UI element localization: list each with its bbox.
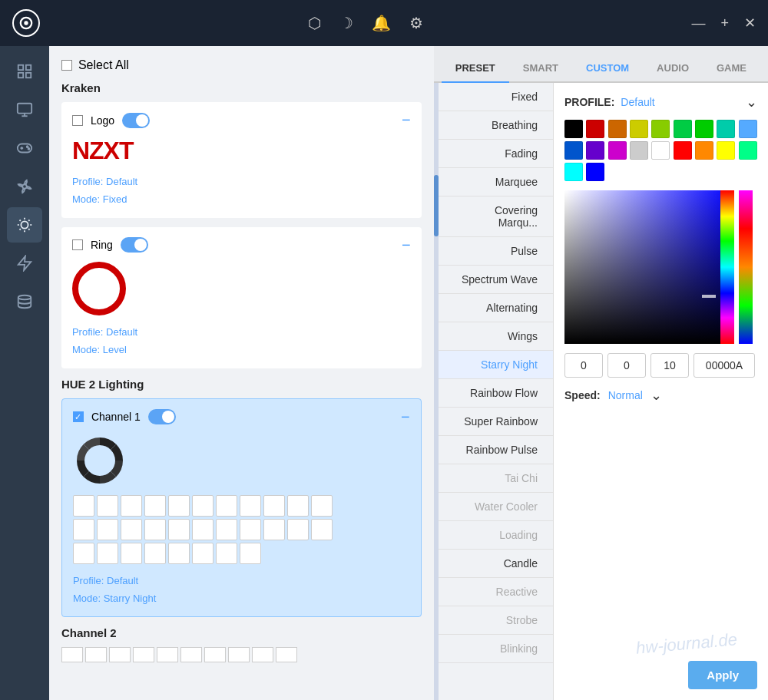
- red-input[interactable]: [564, 353, 603, 378]
- led-cell[interactable]: [168, 495, 190, 517]
- gradient-canvas[interactable]: [564, 190, 733, 344]
- sidebar-item-monitor[interactable]: [7, 92, 42, 127]
- sidebar-item-power[interactable]: [7, 246, 42, 281]
- led-cell[interactable]: [144, 519, 166, 540]
- led-cell[interactable]: [192, 495, 214, 517]
- tab-smart[interactable]: SMART: [509, 54, 572, 83]
- channel2-cell[interactable]: [109, 647, 131, 662]
- hex-input[interactable]: [694, 353, 755, 378]
- led-cell[interactable]: [240, 495, 261, 517]
- sidebar-item-gamepad[interactable]: [7, 130, 42, 166]
- swatch-bright-lime[interactable]: [739, 141, 757, 160]
- preset-item-starry-night[interactable]: Starry Night: [439, 351, 553, 379]
- led-cell[interactable]: [168, 519, 190, 540]
- led-cell[interactable]: [121, 495, 142, 517]
- preset-item-rainbow-flow[interactable]: Rainbow Flow: [439, 379, 553, 408]
- swatch-magenta[interactable]: [608, 141, 627, 160]
- led-cell[interactable]: [311, 519, 333, 540]
- swatch-bright-orange[interactable]: [695, 141, 713, 160]
- bell-icon[interactable]: 🔔: [372, 14, 391, 32]
- tab-game[interactable]: GAME: [703, 54, 760, 83]
- led-cell[interactable]: [73, 543, 94, 564]
- swatch-teal[interactable]: [717, 120, 735, 138]
- swatch-cyan[interactable]: [564, 163, 583, 181]
- minimize-button[interactable]: —: [691, 15, 705, 31]
- preset-item-fading[interactable]: Fading: [439, 140, 553, 168]
- channel2-cell[interactable]: [133, 647, 154, 662]
- swatch-gray[interactable]: [630, 141, 648, 160]
- maximize-button[interactable]: +: [720, 15, 729, 31]
- swatch-purple[interactable]: [586, 141, 604, 160]
- moon-icon[interactable]: ☽: [339, 14, 353, 32]
- profile-dropdown-arrow[interactable]: ⌄: [746, 94, 757, 111]
- led-cell[interactable]: [287, 519, 309, 540]
- led-cell[interactable]: [311, 495, 333, 517]
- swatch-blue[interactable]: [564, 141, 583, 160]
- led-cell[interactable]: [97, 543, 118, 564]
- led-cell[interactable]: [192, 519, 214, 540]
- green-input[interactable]: [607, 353, 646, 378]
- logo-toggle[interactable]: [122, 113, 150, 128]
- channel1-collapse-button[interactable]: −: [401, 408, 410, 426]
- swatch-black[interactable]: [564, 120, 583, 138]
- swatch-white[interactable]: [651, 141, 670, 160]
- ring-checkbox[interactable]: [72, 239, 83, 250]
- scrollbar-track[interactable]: [434, 83, 439, 700]
- ring-collapse-button[interactable]: −: [402, 236, 411, 254]
- led-cell[interactable]: [240, 519, 261, 540]
- swatch-bright-blue[interactable]: [586, 163, 604, 181]
- tab-preset[interactable]: PRESET: [442, 54, 509, 83]
- led-cell[interactable]: [121, 519, 142, 540]
- preset-item-marquee[interactable]: Marquee: [439, 168, 553, 196]
- swatch-lime[interactable]: [651, 120, 670, 138]
- channel2-cell[interactable]: [252, 647, 273, 662]
- sidebar-item-fan[interactable]: [7, 169, 42, 204]
- channel2-cell[interactable]: [180, 647, 202, 662]
- close-button[interactable]: ✕: [744, 15, 756, 31]
- led-cell[interactable]: [73, 519, 94, 540]
- swatch-bright-yellow[interactable]: [717, 141, 735, 160]
- preset-item-fixed[interactable]: Fixed: [439, 83, 553, 111]
- led-cell[interactable]: [263, 495, 285, 517]
- swatch-green[interactable]: [674, 120, 692, 138]
- tab-custom[interactable]: CUSTOM: [572, 54, 643, 83]
- channel2-cell[interactable]: [276, 647, 297, 662]
- swatch-orange[interactable]: [608, 120, 627, 138]
- preset-item-spectrum-wave[interactable]: Spectrum Wave: [439, 266, 553, 294]
- swatch-yellow[interactable]: [630, 120, 648, 138]
- sidebar-item-storage[interactable]: [7, 284, 42, 319]
- led-cell[interactable]: [216, 543, 237, 564]
- speed-dropdown-arrow[interactable]: ⌄: [650, 387, 662, 404]
- gear-icon[interactable]: ⚙: [409, 14, 423, 32]
- preset-item-candle[interactable]: Candle: [439, 550, 553, 578]
- led-cell[interactable]: [121, 543, 142, 564]
- swatch-bright-green[interactable]: [695, 120, 713, 138]
- sidebar-item-lighting[interactable]: [7, 207, 42, 243]
- preset-item-covering-marquee[interactable]: Covering Marqu...: [439, 196, 553, 237]
- led-cell[interactable]: [216, 495, 237, 517]
- preset-item-alternating[interactable]: Alternating: [439, 294, 553, 322]
- swatch-bright-red[interactable]: [674, 141, 692, 160]
- hue-slider[interactable]: [720, 190, 734, 344]
- preset-item-rainbow-pulse[interactable]: Rainbow Pulse: [439, 436, 553, 464]
- preset-item-wings[interactable]: Wings: [439, 322, 553, 351]
- blue-input[interactable]: [650, 353, 689, 378]
- scrollbar-thumb[interactable]: [434, 175, 439, 236]
- channel2-cell[interactable]: [61, 647, 83, 662]
- channel2-cell[interactable]: [157, 647, 178, 662]
- led-cell[interactable]: [144, 495, 166, 517]
- led-cell[interactable]: [216, 519, 237, 540]
- led-cell[interactable]: [240, 543, 261, 564]
- led-cell[interactable]: [144, 543, 166, 564]
- swatch-sky[interactable]: [739, 120, 757, 138]
- channel2-cell[interactable]: [228, 647, 250, 662]
- led-cell[interactable]: [287, 495, 309, 517]
- channel2-cell[interactable]: [85, 647, 107, 662]
- swatch-red[interactable]: [586, 120, 604, 138]
- channel1-checkbox[interactable]: ✓: [73, 411, 84, 422]
- apply-button[interactable]: Apply: [688, 661, 757, 689]
- preset-item-pulse[interactable]: Pulse: [439, 237, 553, 266]
- led-cell[interactable]: [97, 495, 118, 517]
- opacity-slider[interactable]: [739, 190, 753, 344]
- preset-item-super-rainbow[interactable]: Super Rainbow: [439, 408, 553, 436]
